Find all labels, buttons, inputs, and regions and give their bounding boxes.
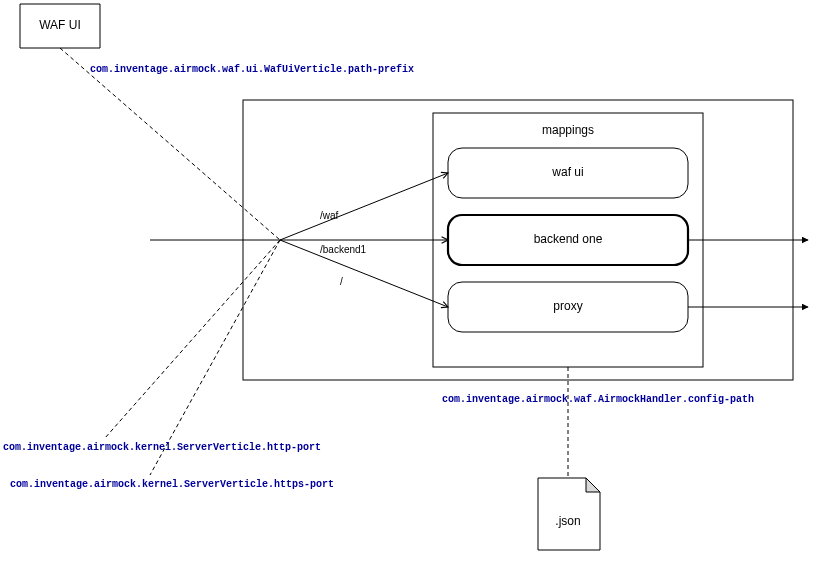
mappings-title: mappings: [542, 123, 594, 137]
architecture-diagram: WAF UI com.inventage.airmock.waf.ui.WafU…: [0, 0, 813, 561]
path-waf-label: /waf: [320, 210, 339, 221]
path-root-label: /: [340, 276, 343, 287]
mapping-proxy-label: proxy: [553, 299, 582, 313]
json-file-icon: .json: [538, 478, 600, 550]
prop-config-path: com.inventage.airmock.waf.AirmockHandler…: [442, 394, 754, 405]
path-backend1-label: /backend1: [320, 244, 367, 255]
json-file-label: .json: [555, 514, 580, 528]
waf-ui-external-label: WAF UI: [39, 18, 81, 32]
waf-ui-external-box: WAF UI: [20, 4, 100, 48]
prop-http-port: com.inventage.airmock.kernel.ServerVerti…: [3, 442, 321, 453]
prop-path-prefix: com.inventage.airmock.waf.ui.WafUiVertic…: [90, 64, 414, 75]
prop-https-port: com.inventage.airmock.kernel.ServerVerti…: [10, 479, 334, 490]
mapping-waf-ui-label: waf ui: [551, 165, 583, 179]
mapping-backend-one-label: backend one: [534, 232, 603, 246]
